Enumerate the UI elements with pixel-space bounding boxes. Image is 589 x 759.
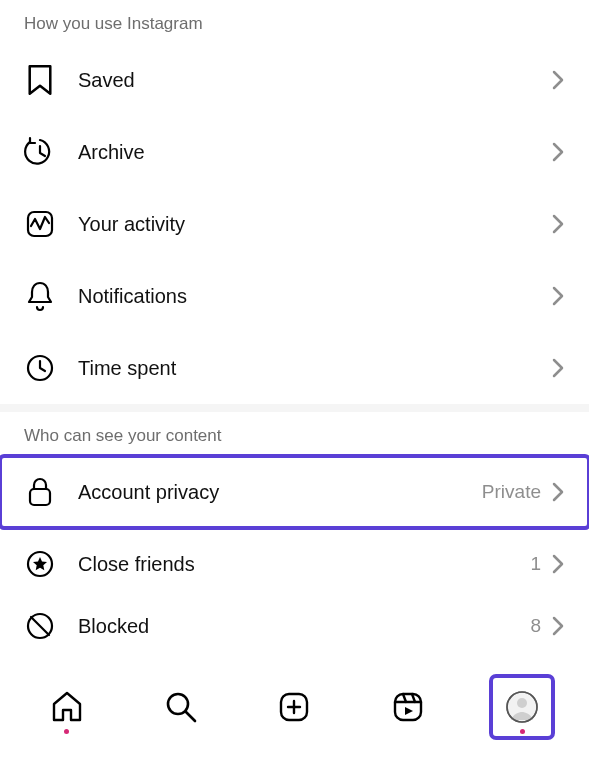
nav-create[interactable] (264, 677, 324, 737)
row-label: Saved (78, 69, 551, 92)
chevron-right-icon (551, 140, 565, 164)
chevron-right-icon (551, 284, 565, 308)
row-notifications[interactable]: Notifications (0, 260, 589, 332)
row-label: Your activity (78, 213, 551, 236)
row-label: Account privacy (78, 481, 482, 504)
chevron-right-icon (551, 68, 565, 92)
svg-line-13 (403, 694, 406, 702)
search-icon (164, 690, 198, 724)
bottom-nav (0, 671, 589, 759)
row-label: Notifications (78, 285, 551, 308)
row-value: 1 (530, 553, 541, 575)
svg-point-16 (517, 698, 527, 708)
svg-line-5 (31, 617, 49, 635)
row-your-activity[interactable]: Your activity (0, 188, 589, 260)
home-icon (50, 690, 84, 724)
section-header-visibility: Who can see your content (0, 412, 589, 456)
row-label: Close friends (78, 553, 530, 576)
visibility-list: Account privacy Private Close friends 1 … (0, 456, 589, 642)
chevron-right-icon (551, 552, 565, 576)
row-value: Private (482, 481, 541, 503)
chevron-right-icon (551, 212, 565, 236)
notification-dot (64, 729, 69, 734)
row-label: Time spent (78, 357, 551, 380)
archive-icon (24, 136, 56, 168)
usage-list: Saved Archive Your activity (0, 44, 589, 404)
bookmark-icon (24, 64, 56, 96)
star-circle-icon (24, 548, 56, 580)
bell-icon (24, 280, 56, 312)
svg-rect-11 (395, 694, 421, 720)
nav-home[interactable] (37, 677, 97, 737)
svg-line-7 (186, 712, 195, 721)
chevron-right-icon (551, 614, 565, 638)
row-saved[interactable]: Saved (0, 44, 589, 116)
row-time-spent[interactable]: Time spent (0, 332, 589, 404)
row-label: Blocked (78, 615, 530, 638)
reels-icon (392, 691, 424, 723)
nav-search[interactable] (151, 677, 211, 737)
activity-icon (24, 208, 56, 240)
row-value: 8 (530, 615, 541, 637)
blocked-icon (24, 610, 56, 642)
svg-rect-2 (30, 489, 50, 505)
lock-icon (24, 476, 56, 508)
nav-reels[interactable] (378, 677, 438, 737)
row-label: Archive (78, 141, 551, 164)
section-header-usage: How you use Instagram (0, 0, 589, 44)
row-blocked[interactable]: Blocked 8 (0, 600, 589, 642)
row-archive[interactable]: Archive (0, 116, 589, 188)
nav-profile[interactable] (492, 677, 552, 737)
row-account-privacy[interactable]: Account privacy Private (0, 456, 589, 528)
section-divider (0, 404, 589, 412)
chevron-right-icon (551, 480, 565, 504)
clock-icon (24, 352, 56, 384)
row-close-friends[interactable]: Close friends 1 (0, 528, 589, 600)
notification-dot (520, 729, 525, 734)
svg-point-6 (168, 694, 188, 714)
profile-avatar-icon (505, 690, 539, 724)
chevron-right-icon (551, 356, 565, 380)
plus-square-icon (278, 691, 310, 723)
